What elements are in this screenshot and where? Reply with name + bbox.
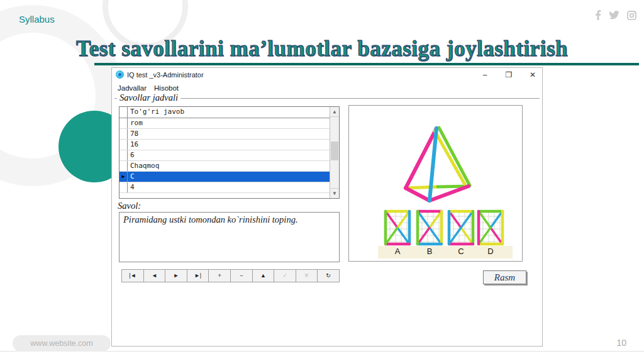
- data-grid[interactable]: To'g'ri javobrom78166Chaqmoq▶C4 ▲ ▼: [119, 106, 340, 199]
- nav-first-button[interactable]: |◄: [121, 269, 144, 282]
- nav-prior-button[interactable]: ◄: [143, 269, 166, 282]
- row-indicator: [119, 150, 128, 160]
- twitter-icon[interactable]: [609, 11, 619, 19]
- menu-jadvallar[interactable]: Jadvallar: [114, 84, 150, 92]
- grid-cell[interactable]: To'g'ri javob: [128, 107, 330, 118]
- grid-header-row: To'g'ri javob: [119, 107, 330, 118]
- grid-row[interactable]: 78: [119, 129, 330, 140]
- maximize-button[interactable]: ❐: [504, 68, 513, 82]
- title-underline: [94, 63, 639, 65]
- rasm-button[interactable]: Rasm: [483, 270, 526, 284]
- row-indicator: [119, 129, 128, 139]
- option-d-image: [477, 209, 504, 246]
- scroll-up-icon[interactable]: ▲: [330, 107, 339, 117]
- row-indicator: [119, 107, 128, 118]
- footer-url-pill: www.website.com: [13, 335, 111, 352]
- nav-refresh-button[interactable]: ↻: [317, 269, 340, 282]
- row-indicator: [119, 182, 128, 192]
- grid-cell[interactable]: 6: [128, 150, 330, 160]
- grid-cell[interactable]: C: [128, 172, 330, 182]
- grid-row[interactable]: Chaqmoq: [119, 161, 330, 172]
- nav-delete-button[interactable]: −: [230, 269, 253, 282]
- grid-cell[interactable]: rom: [128, 118, 330, 128]
- slide: Syllabus Test savollarini ma’lumotlar ba…: [0, 0, 644, 361]
- grid-cell[interactable]: 4: [128, 182, 330, 192]
- page-title: Test savollarini ma’lumotlar bazasiga jo…: [0, 36, 644, 62]
- syllabus-link[interactable]: Syllabus: [19, 14, 55, 25]
- page-number: 10: [616, 338, 626, 348]
- nav-cancel-button[interactable]: ✕: [296, 269, 318, 282]
- option-c-label: C: [447, 247, 475, 256]
- grid-scrollbar[interactable]: ▲ ▼: [330, 107, 339, 198]
- instagram-icon[interactable]: [627, 11, 636, 20]
- scroll-down-icon[interactable]: ▼: [330, 188, 339, 198]
- minimize-button[interactable]: –: [480, 68, 489, 82]
- grid-cell[interactable]: 78: [128, 129, 330, 139]
- option-a-label: A: [384, 247, 411, 256]
- app-window: IQ test _v3-Administrator – ❐ ✕ Jadvalla…: [111, 67, 543, 347]
- menu-hisobot[interactable]: Hisobot: [151, 84, 182, 92]
- option-d-label: D: [477, 247, 504, 256]
- window-titlebar[interactable]: IQ test _v3-Administrator – ❐ ✕: [112, 68, 542, 82]
- grid-row[interactable]: 6: [119, 150, 330, 161]
- nav-post-button[interactable]: ✓: [274, 269, 296, 282]
- groupbox-savollar-jadvali: Savollar jadvali: [114, 98, 540, 99]
- option-b-label: B: [416, 247, 443, 256]
- grid-row[interactable]: 4: [119, 182, 330, 193]
- social-icons: [595, 10, 636, 20]
- facebook-icon[interactable]: [595, 10, 601, 20]
- nav-edit-button[interactable]: ▲: [252, 269, 275, 282]
- scroll-thumb[interactable]: [331, 142, 338, 160]
- option-c-image: [447, 209, 475, 246]
- groupbox-label: Savollar jadvali: [117, 92, 180, 103]
- grid-cell[interactable]: 16: [128, 140, 330, 150]
- window-title: IQ test _v3-Administrator: [127, 71, 204, 79]
- grid-row[interactable]: rom: [119, 118, 330, 129]
- row-indicator: [119, 161, 128, 171]
- question-image-panel: ABCD: [348, 105, 523, 262]
- nav-next-button[interactable]: ►: [165, 269, 187, 282]
- app-icon: [116, 70, 124, 79]
- grid-row[interactable]: ▶C: [119, 172, 330, 182]
- db-navigator: |◄◄►►|+−▲✓✕↻: [121, 269, 340, 282]
- grid-row[interactable]: 16: [119, 140, 330, 150]
- row-indicator: [119, 140, 128, 150]
- nav-last-button[interactable]: ►|: [187, 269, 209, 282]
- grid-cell[interactable]: Chaqmoq: [128, 161, 330, 171]
- row-indicator: ▶: [119, 172, 128, 182]
- savol-label: Savol:: [118, 201, 141, 211]
- row-indicator: [119, 118, 128, 128]
- footer-url: www.website.com: [30, 339, 92, 348]
- option-a-image: [384, 209, 411, 246]
- option-b-image: [416, 209, 443, 246]
- nav-insert-button[interactable]: +: [208, 269, 231, 282]
- close-button[interactable]: ✕: [528, 68, 537, 82]
- savol-memo[interactable]: Piramidang ustki tomondan ko`rinishini t…: [119, 212, 340, 262]
- pyramid-image: [349, 106, 522, 206]
